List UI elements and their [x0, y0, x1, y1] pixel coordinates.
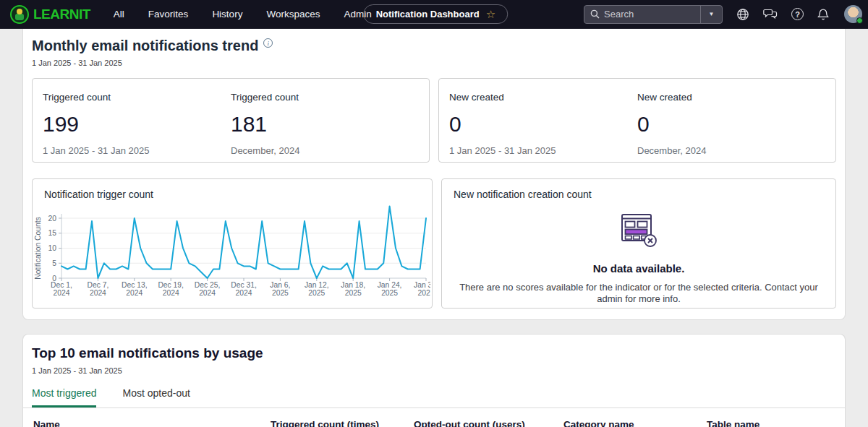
- svg-text:Jan 12,2025: Jan 12,2025: [305, 281, 329, 297]
- top10-panel: Top 10 email notifications by usage 1 Ja…: [22, 334, 846, 427]
- table-header-row: Name Triggered count (times) Opted-out c…: [32, 408, 836, 427]
- svg-text:5: 5: [52, 259, 56, 267]
- no-data-heading: No data available.: [454, 262, 824, 275]
- triggered-current-stat: Triggered count 199 1 Jan 2025 - 31 Jan …: [43, 92, 231, 149]
- column-header-name[interactable]: Name: [33, 419, 271, 427]
- svg-text:Dec 7,2024: Dec 7,2024: [88, 281, 109, 297]
- learnit-logo-icon: [10, 5, 29, 24]
- triggered-previous-stat: Triggered count 181 December, 2024: [231, 92, 419, 149]
- stat-label: New created: [637, 92, 825, 103]
- search-scope-dropdown[interactable]: ▼: [700, 6, 722, 23]
- stat-caption: December, 2024: [231, 145, 419, 156]
- no-data-icon: [616, 210, 661, 251]
- stat-label: Triggered count: [43, 92, 231, 103]
- stat-caption: 1 Jan 2025 - 31 Jan 2025: [449, 145, 637, 156]
- top10-tabs: Most triggered Most opted-out: [23, 387, 845, 408]
- svg-text:15: 15: [48, 229, 57, 237]
- top10-title: Top 10 email notifications by usage: [32, 345, 836, 361]
- svg-text:Jan 24,2025: Jan 24,2025: [378, 281, 402, 297]
- search-input[interactable]: [604, 9, 700, 20]
- chat-icon[interactable]: [763, 8, 778, 20]
- learnit-logo-text: LEARNIT: [33, 7, 90, 22]
- nav-item-history[interactable]: History: [212, 9, 242, 20]
- info-icon[interactable]: i: [263, 38, 273, 48]
- column-header-triggered-count[interactable]: Triggered count (times): [271, 419, 414, 427]
- stat-value: 0: [449, 112, 637, 137]
- stat-label: New created: [449, 92, 637, 103]
- monthly-trend-panel: Monthly email notifications trend i 1 Ja…: [22, 29, 846, 320]
- page-date-range: 1 Jan 2025 - 31 Jan 2025: [32, 59, 836, 67]
- trigger-count-chart-card: Notification trigger count 05101520Dec 1…: [32, 178, 433, 309]
- column-header-category-name[interactable]: Category name: [563, 419, 707, 427]
- stat-caption: 1 Jan 2025 - 31 Jan 2025: [43, 145, 231, 156]
- created-current-stat: New created 0 1 Jan 2025 - 31 Jan 2025: [449, 92, 637, 149]
- avatar[interactable]: [844, 5, 862, 23]
- stat-value: 199: [43, 112, 231, 137]
- stat-value: 181: [231, 112, 419, 137]
- svg-text:Dec 31,2024: Dec 31,2024: [231, 281, 257, 297]
- column-header-table-name[interactable]: Table name: [707, 419, 835, 427]
- svg-text:Notification Counts: Notification Counts: [34, 217, 42, 279]
- svg-text:Dec 1,2024: Dec 1,2024: [51, 281, 72, 297]
- new-created-card: New created 0 1 Jan 2025 - 31 Jan 2025 N…: [438, 78, 836, 163]
- top10-date-range: 1 Jan 2025 - 31 Jan 2025: [32, 366, 836, 375]
- stat-caption: December, 2024: [637, 145, 825, 156]
- tab-most-opted-out[interactable]: Most opted-out: [122, 387, 190, 407]
- bell-icon[interactable]: [817, 8, 829, 21]
- top-navbar: LEARNIT All Favorites History Workspaces…: [0, 0, 868, 29]
- stat-value: 0: [637, 112, 825, 137]
- svg-text:Dec 13,2024: Dec 13,2024: [122, 281, 148, 297]
- favorite-star-icon[interactable]: ☆: [486, 9, 495, 20]
- no-data-message: There are no scores available for the in…: [454, 282, 824, 306]
- triggered-count-card: Triggered count 199 1 Jan 2025 - 31 Jan …: [32, 78, 430, 163]
- main-nav: All Favorites History Workspaces Admin: [114, 9, 372, 20]
- navbar-right: ▼ ?: [584, 5, 862, 24]
- svg-text:Dec 25,2024: Dec 25,2024: [195, 281, 221, 297]
- svg-text:20: 20: [48, 215, 57, 223]
- dashboard-selector-pill[interactable]: Notification Dashboard ☆: [364, 4, 508, 24]
- dashboard-pill-label: Notification Dashboard: [376, 9, 480, 20]
- svg-text:Jan 18,2025: Jan 18,2025: [341, 281, 365, 297]
- nav-item-workspaces[interactable]: Workspaces: [266, 9, 320, 20]
- chart-title: Notification trigger count: [34, 189, 430, 200]
- tab-most-triggered[interactable]: Most triggered: [32, 387, 96, 407]
- trigger-count-chart: 05101520Dec 1,2024Dec 7,2024Dec 13,2024D…: [34, 201, 430, 305]
- nodata-panel-title: New notification creation count: [454, 189, 824, 200]
- globe-icon[interactable]: [736, 8, 749, 21]
- search-box[interactable]: ▼: [584, 5, 723, 24]
- stat-label: Triggered count: [231, 92, 419, 103]
- search-icon: [590, 9, 600, 19]
- svg-text:Jan 6,2025: Jan 6,2025: [270, 281, 290, 297]
- created-previous-stat: New created 0 December, 2024: [637, 92, 825, 149]
- nav-item-all[interactable]: All: [114, 9, 124, 20]
- learnit-logo[interactable]: LEARNIT: [10, 5, 90, 24]
- svg-text:Dec 19,2024: Dec 19,2024: [158, 281, 184, 297]
- nav-item-favorites[interactable]: Favorites: [148, 9, 189, 20]
- help-icon[interactable]: ?: [791, 8, 804, 20]
- online-status-dot: [856, 17, 863, 24]
- svg-text:Jan 30,2025: Jan 30,2025: [414, 281, 430, 297]
- page-title: Monthly email notifications trend: [32, 38, 258, 54]
- creation-count-card: New notification creation count No data …: [441, 178, 836, 309]
- column-header-opted-out-count[interactable]: Opted-out count (users): [414, 419, 563, 427]
- svg-text:10: 10: [48, 244, 57, 252]
